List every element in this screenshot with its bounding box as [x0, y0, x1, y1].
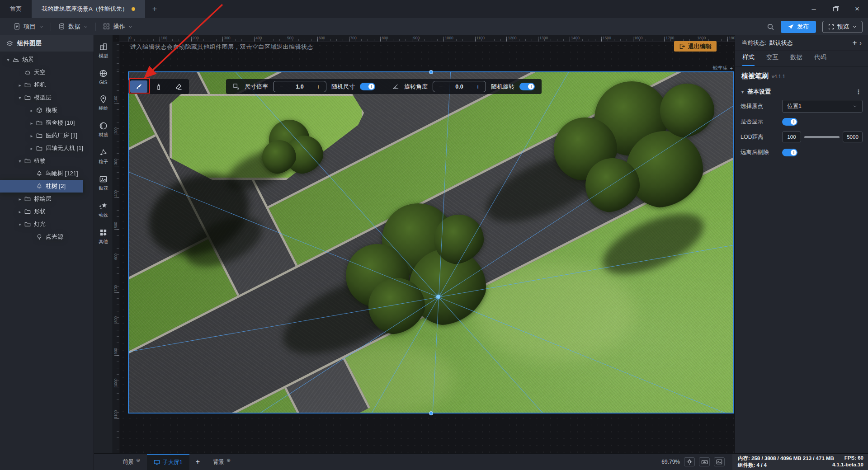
caret-down-icon[interactable]: ▾ [16, 222, 24, 227]
layer-tree-item[interactable]: ▸标绘层 [0, 193, 83, 205]
layer-tree-item[interactable]: ▾灯光 [0, 218, 83, 230]
layer-tree-item[interactable]: ▸相机 [0, 79, 83, 91]
minimize-button[interactable]: ─ [803, 0, 825, 18]
inspector-tab-数据[interactable]: 数据 [790, 53, 802, 66]
random-rotate-toggle[interactable] [519, 83, 535, 90]
angle-icon [392, 83, 399, 90]
tab-home[interactable]: 首页 [0, 0, 32, 18]
menu-project[interactable]: 项目 [6, 18, 51, 35]
ruler-label: 700 [350, 36, 357, 40]
increase-button[interactable]: + [470, 83, 486, 90]
monitor-icon [154, 459, 160, 465]
bulb-icon [35, 234, 43, 240]
sub-screen-tab[interactable]: 子大屏1 [147, 454, 189, 470]
layer-tree-item[interactable]: ▾模型层 [0, 91, 83, 104]
restore-button[interactable] [825, 0, 846, 18]
decrease-button[interactable]: − [433, 83, 448, 90]
publish-button[interactable]: 发布 [781, 21, 816, 33]
caret-right-icon[interactable]: ▸ [16, 197, 24, 202]
circle-plus-icon[interactable]: ⊕ [136, 457, 140, 463]
random-size-toggle[interactable] [360, 83, 375, 90]
layer-tree-item[interactable]: ▾场景 [0, 53, 83, 66]
spray-tool-button[interactable] [150, 80, 167, 93]
unsaved-dot-icon [132, 7, 135, 11]
layer-tree-item[interactable]: 点光源 [0, 230, 83, 243]
preview-button[interactable]: 预览 [822, 21, 863, 33]
caret-right-icon[interactable]: ▸ [28, 133, 35, 138]
eraser-tool-button[interactable] [170, 80, 187, 93]
layer-tree-item[interactable]: ▸宿舍楼 [10] [0, 117, 83, 129]
caret-right-icon[interactable]: ▸ [28, 146, 35, 151]
caret-down-icon[interactable]: ▾ [16, 159, 24, 164]
foreground-tab[interactable]: 前景⊕ [116, 454, 147, 470]
caret-right-icon[interactable]: ▸ [16, 209, 24, 214]
lod-max-input[interactable]: 5000 [843, 132, 863, 142]
lod-slider[interactable] [804, 136, 840, 138]
editor-canvas[interactable]: 0100200300400500600700800900100011001200… [113, 35, 735, 453]
exit-edit-button[interactable]: 退出编辑 [674, 41, 717, 52]
ruler-label: 1100 [476, 36, 485, 40]
layer-tree-item[interactable]: ▸形状 [0, 205, 83, 218]
layer-tree-item[interactable]: ▸医药厂房 [1] [0, 129, 83, 142]
layer-tree-item[interactable]: ▸四轴无人机 [1] [0, 142, 83, 155]
memory-value: 258 / 3808 / 4096 MB 213 / 471 MB [751, 456, 834, 461]
caret-right-icon[interactable]: ▸ [28, 121, 35, 126]
inspector-tab-样式[interactable]: 样式 [742, 53, 755, 66]
dock-item-material[interactable]: 材质 [94, 119, 113, 141]
caret-down-icon[interactable]: ▾ [16, 95, 24, 100]
dock-item-particle[interactable]: 粒子 [94, 146, 113, 168]
layer-tree-item[interactable]: 天空 [0, 66, 83, 79]
resize-handle-bottom[interactable] [429, 411, 433, 415]
new-tab-button[interactable]: + [145, 0, 165, 18]
menu-operate[interactable]: 操作 [96, 18, 140, 35]
visible-toggle[interactable] [782, 118, 797, 126]
size-ratio-value[interactable]: 1.0 [289, 84, 311, 90]
circle-plus-icon[interactable]: ⊕ [226, 457, 231, 463]
menu-data[interactable]: 数据 [51, 18, 95, 35]
selection-label: 鲸孪生+ [713, 65, 733, 71]
inspector-tab-代码[interactable]: 代码 [814, 53, 826, 66]
fit-view-button[interactable] [684, 457, 695, 466]
background-tab[interactable]: 背景⊕ [206, 454, 237, 470]
brush-tool-button[interactable] [130, 80, 147, 93]
kebab-menu-icon[interactable]: ⋮ [855, 88, 862, 95]
search-icon[interactable] [767, 23, 774, 31]
caret-right-icon[interactable]: ▸ [16, 83, 24, 88]
material-icon [99, 122, 108, 130]
decrease-button[interactable]: − [274, 83, 289, 90]
resize-handle-top[interactable] [429, 70, 433, 74]
origin-select[interactable]: 位置1 [782, 100, 863, 113]
increase-button[interactable]: + [311, 83, 326, 90]
layer-tree-item[interactable]: 桂树 [2] [0, 180, 83, 193]
screen-viewport[interactable]: 鲸孪生+ [128, 71, 734, 414]
keyboard-shortcuts-button[interactable] [699, 457, 710, 466]
section-basic-settings[interactable]: ▾ 基本设置 ⋮ [735, 85, 868, 99]
console-button[interactable] [714, 457, 725, 466]
close-button[interactable]: × [846, 0, 868, 18]
dock-item-pin[interactable]: 标绘 [94, 92, 113, 114]
scene-icon [12, 56, 20, 63]
rotate-angle-value[interactable]: 0.0 [448, 84, 470, 90]
cull-toggle[interactable] [782, 149, 797, 156]
expand-states-button[interactable]: › [859, 39, 862, 47]
component-title: 植被笔刷 v4.1.1 [735, 66, 868, 85]
dock-item-other[interactable]: 其他 [94, 226, 113, 248]
dock-item-model[interactable]: 模型 [94, 40, 113, 62]
layer-tree-item[interactable]: ▾植被 [0, 155, 83, 167]
layer-tree-item[interactable]: 鸟瞰树 [121] [0, 167, 83, 180]
folder-icon [35, 120, 43, 126]
dock-item-fx[interactable]: 动效 [94, 199, 113, 221]
random-rotate-label: 随机旋转 [491, 83, 514, 91]
caret-down-icon[interactable]: ▾ [5, 57, 12, 62]
add-state-button[interactable]: + [852, 38, 857, 47]
caret-right-icon[interactable]: ▸ [28, 108, 35, 113]
inspector-tab-交互[interactable]: 交互 [766, 53, 778, 66]
zoom-level[interactable]: 69.79% [661, 459, 680, 465]
layer-tree-item[interactable]: ▸模板 [0, 104, 83, 117]
dock-item-gis[interactable]: GIS [94, 66, 113, 88]
add-screen-button[interactable]: + [189, 454, 206, 470]
dock-item-decal[interactable]: 贴花 [94, 172, 113, 194]
tab-document[interactable]: 我的建筑底座场景A（性能优先） [32, 0, 145, 18]
scene-3d[interactable] [129, 72, 733, 413]
lod-min-input[interactable]: 100 [782, 132, 801, 142]
